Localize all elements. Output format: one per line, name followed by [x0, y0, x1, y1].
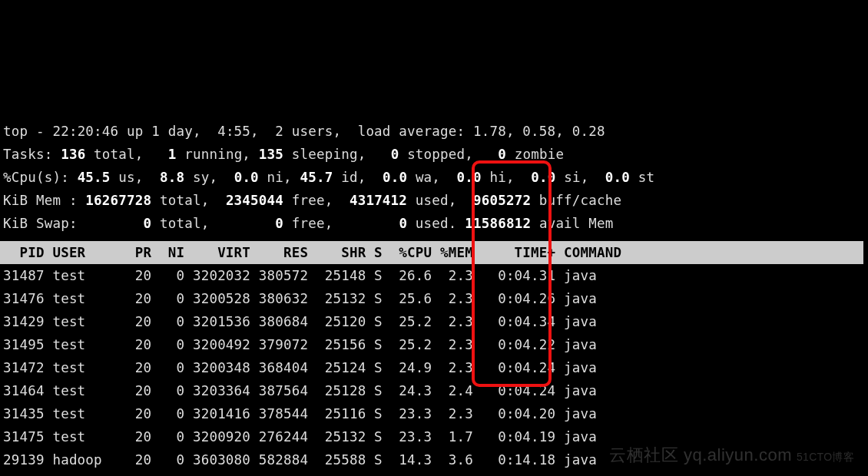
terminal-output: top - 22:20:46 up 1 day, 4:55, 2 users, …: [3, 97, 868, 476]
process-row: 31464 test 20 0 3203364 387564 25128 S 2…: [3, 383, 729, 398]
process-row: 29139 hadoop 20 0 3603080 582884 25588 S…: [3, 452, 729, 468]
process-row: 31472 test 20 0 3200348 368404 25124 S 2…: [3, 360, 729, 375]
summary-line-1: top - 22:20:46 up 1 day, 4:55, 2 users, …: [3, 124, 605, 139]
summary-line-3: %Cpu(s): 45.5 us, 8.8 sy, 0.0 ni, 45.7 i…: [3, 170, 654, 185]
process-row: 31475 test 20 0 3200920 276244 25132 S 2…: [3, 429, 729, 445]
process-row: 31487 test 20 0 3202032 380572 25148 S 2…: [3, 268, 729, 283]
process-row: 31476 test 20 0 3200528 380632 25132 S 2…: [3, 291, 729, 306]
summary-line-2: Tasks: 136 total, 1 running, 135 sleepin…: [3, 147, 564, 162]
summary-line-5: KiB Swap: 0 total, 0 free, 0 used. 11586…: [3, 216, 614, 231]
process-table-header: PID USER PR NI VIRT RES SHR S %CPU %MEM …: [0, 241, 863, 264]
process-row: 31435 test 20 0 3201416 378544 25116 S 2…: [3, 406, 729, 421]
summary-line-4: KiB Mem : 16267728 total, 2345044 free, …: [3, 193, 621, 208]
process-row: 31495 test 20 0 3200492 379072 25156 S 2…: [3, 337, 729, 352]
process-row: 31429 test 20 0 3201536 380684 25120 S 2…: [3, 314, 729, 329]
